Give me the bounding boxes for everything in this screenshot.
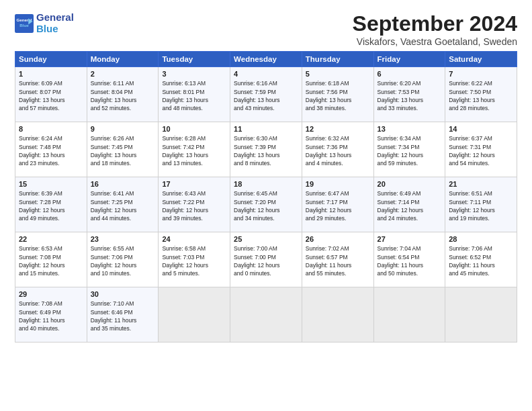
calendar-cell: 2 Sunrise: 6:11 AM Sunset: 8:04 PM Dayli… [87,67,159,122]
calendar-cell: 23 Sunrise: 6:55 AM Sunset: 7:06 PM Dayl… [87,232,159,287]
daylight-line1: Daylight: 13 hours [19,96,83,104]
day-number: 20 [378,180,442,188]
day-number: 21 [449,180,513,188]
sunset-line: Sunset: 7:06 PM [91,253,155,261]
sunrise-line: Sunrise: 6:55 AM [91,244,155,253]
sunrise-line: Sunrise: 6:39 AM [19,189,83,197]
weekday-header-row: Sunday Monday Tuesday Wednesday Thursday… [15,52,517,67]
daylight-line2: and 5 minutes. [162,269,226,277]
daylight-line2: and 29 minutes. [306,214,370,222]
sunset-line: Sunset: 6:57 PM [306,253,370,261]
calendar-cell [373,287,445,342]
daylight-line2: and 54 minutes. [449,159,513,167]
logo-icon: General Blue [15,14,34,33]
sunrise-line: Sunrise: 6:41 AM [91,189,155,197]
day-number: 9 [91,125,155,133]
sunset-line: Sunset: 7:22 PM [162,198,226,206]
daylight-line2: and 0 minutes. [234,269,298,277]
calendar-cell: 27 Sunrise: 7:04 AM Sunset: 6:54 PM Dayl… [373,232,445,287]
day-number: 29 [19,290,83,298]
sunset-line: Sunset: 7:48 PM [19,143,83,151]
calendar-title: September 2024 [353,12,517,36]
daylight-line1: Daylight: 13 hours [91,151,155,159]
table-row: 22 Sunrise: 6:53 AM Sunset: 7:08 PM Dayl… [15,232,517,287]
calendar-cell: 28 Sunrise: 7:06 AM Sunset: 6:52 PM Dayl… [445,232,517,287]
day-number: 25 [234,235,298,243]
sunset-line: Sunset: 7:59 PM [234,88,298,96]
daylight-line2: and 45 minutes. [449,269,513,277]
day-number: 5 [306,70,370,78]
daylight-line1: Daylight: 12 hours [234,261,298,269]
calendar-cell: 16 Sunrise: 6:41 AM Sunset: 7:25 PM Dayl… [87,177,159,232]
sunrise-line: Sunrise: 6:47 AM [306,189,370,197]
daylight-line2: and 24 minutes. [378,214,442,222]
sunset-line: Sunset: 6:52 PM [449,253,513,261]
sunset-line: Sunset: 7:31 PM [449,143,513,151]
calendar-cell: 1 Sunrise: 6:09 AM Sunset: 8:07 PM Dayli… [15,67,87,122]
sunset-line: Sunset: 7:14 PM [378,198,442,206]
daylight-line2: and 52 minutes. [91,104,155,112]
day-number: 11 [234,125,298,133]
daylight-line1: Daylight: 12 hours [449,206,513,214]
sunrise-line: Sunrise: 6:09 AM [19,79,83,87]
sunrise-line: Sunrise: 6:22 AM [449,79,513,87]
daylight-line2: and 8 minutes. [234,159,298,167]
day-number: 4 [234,70,298,78]
sunset-line: Sunset: 8:07 PM [19,88,83,96]
daylight-line1: Daylight: 12 hours [162,261,226,269]
col-monday: Monday [87,52,159,67]
daylight-line2: and 18 minutes. [91,159,155,167]
sunrise-line: Sunrise: 6:37 AM [449,134,513,142]
sunset-line: Sunset: 7:17 PM [306,198,370,206]
sunset-line: Sunset: 7:36 PM [306,143,370,151]
daylight-line2: and 35 minutes. [91,324,155,332]
daylight-line1: Daylight: 11 hours [91,316,155,324]
logo-text-blue: Blue [36,24,74,35]
day-number: 18 [234,180,298,188]
calendar-cell: 3 Sunrise: 6:13 AM Sunset: 8:01 PM Dayli… [159,67,230,122]
day-number: 17 [162,180,226,188]
daylight-line2: and 48 minutes. [162,104,226,112]
calendar-cell: 17 Sunrise: 6:43 AM Sunset: 7:22 PM Dayl… [159,177,230,232]
day-number: 15 [19,180,83,188]
sunset-line: Sunset: 7:50 PM [449,88,513,96]
calendar-cell: 30 Sunrise: 7:10 AM Sunset: 6:46 PM Dayl… [87,287,159,342]
daylight-line1: Daylight: 12 hours [449,151,513,159]
calendar-cell: 24 Sunrise: 6:58 AM Sunset: 7:03 PM Dayl… [159,232,230,287]
calendar-cell: 5 Sunrise: 6:18 AM Sunset: 7:56 PM Dayli… [302,67,373,122]
day-number: 24 [162,235,226,243]
daylight-line1: Daylight: 13 hours [234,151,298,159]
calendar-cell: 13 Sunrise: 6:34 AM Sunset: 7:34 PM Dayl… [373,122,445,177]
sunset-line: Sunset: 7:39 PM [234,143,298,151]
daylight-line2: and 4 minutes. [306,159,370,167]
calendar-cell: 22 Sunrise: 6:53 AM Sunset: 7:08 PM Dayl… [15,232,87,287]
daylight-line1: Daylight: 13 hours [449,96,513,104]
calendar-cell: 8 Sunrise: 6:24 AM Sunset: 7:48 PM Dayli… [15,122,87,177]
table-row: 15 Sunrise: 6:39 AM Sunset: 7:28 PM Dayl… [15,177,517,232]
sunrise-line: Sunrise: 6:45 AM [234,189,298,197]
calendar-cell [230,287,302,342]
sunrise-line: Sunrise: 6:26 AM [91,134,155,142]
sunrise-line: Sunrise: 6:20 AM [378,79,442,87]
day-number: 30 [91,290,155,298]
day-number: 26 [306,235,370,243]
daylight-line1: Daylight: 12 hours [91,261,155,269]
daylight-line1: Daylight: 13 hours [306,151,370,159]
day-number: 13 [378,125,442,133]
calendar-table: Sunday Monday Tuesday Wednesday Thursday… [15,51,517,342]
day-number: 19 [306,180,370,188]
col-saturday: Saturday [445,52,517,67]
daylight-line1: Daylight: 13 hours [162,151,226,159]
daylight-line2: and 10 minutes. [91,269,155,277]
daylight-line2: and 57 minutes. [19,104,83,112]
daylight-line1: Daylight: 13 hours [91,96,155,104]
daylight-line2: and 59 minutes. [378,159,442,167]
sunset-line: Sunset: 6:46 PM [91,308,155,316]
day-number: 28 [449,235,513,243]
calendar-cell: 12 Sunrise: 6:32 AM Sunset: 7:36 PM Dayl… [302,122,373,177]
sunrise-line: Sunrise: 6:24 AM [19,134,83,142]
daylight-line1: Daylight: 12 hours [306,206,370,214]
sunset-line: Sunset: 8:01 PM [162,88,226,96]
sunset-line: Sunset: 7:34 PM [378,143,442,151]
day-number: 23 [91,235,155,243]
